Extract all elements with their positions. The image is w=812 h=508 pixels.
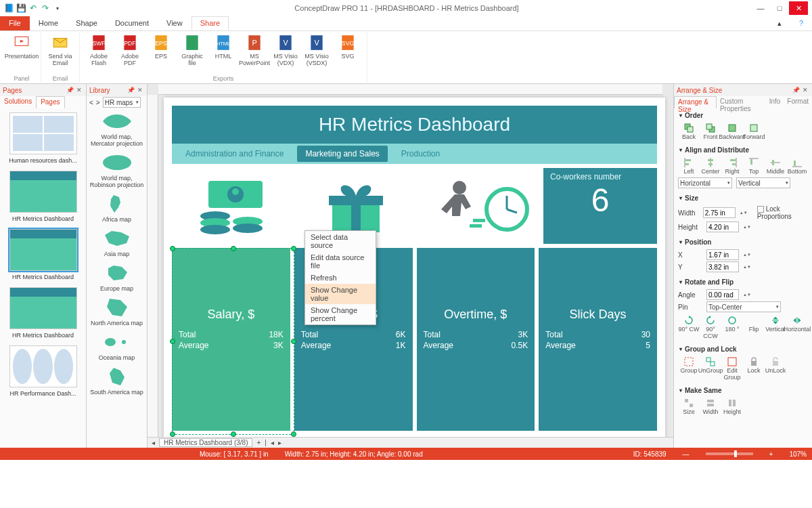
- export-graphic-button[interactable]: Graphic file: [177, 33, 207, 66]
- export-svg-button[interactable]: SVGSVG: [333, 33, 363, 66]
- status-zoom[interactable]: 107%: [789, 450, 807, 458]
- order-back-button[interactable]: Back: [678, 121, 700, 142]
- rtab-info[interactable]: Info: [766, 96, 784, 108]
- page-thumb[interactable]: HR Performance Dash...: [5, 345, 81, 397]
- export-vsdx-button[interactable]: VMS Visio (VSDX): [302, 33, 332, 66]
- align-right-button[interactable]: Right: [721, 156, 743, 176]
- library-item[interactable]: Europe map: [89, 263, 144, 292]
- page-thumb[interactable]: HR Metrics Dashboard: [5, 229, 81, 280]
- close-panel-icon[interactable]: ✕: [76, 87, 82, 93]
- unlock-button[interactable]: UnLock: [765, 355, 786, 382]
- rotate-180-button[interactable]: 180 °: [721, 314, 743, 341]
- pin-icon[interactable]: 📌: [792, 87, 800, 93]
- ungroup-button[interactable]: UnGroup: [700, 355, 721, 382]
- angle-input[interactable]: [706, 289, 739, 300]
- tab-document[interactable]: Document: [106, 16, 158, 30]
- section-align[interactable]: Align and Distribute: [678, 144, 808, 156]
- export-flash-button[interactable]: SWFAdobe Flash: [84, 33, 114, 66]
- send-email-button[interactable]: Send via Email: [45, 33, 75, 66]
- zoom-slider[interactable]: [706, 452, 753, 455]
- section-make-same[interactable]: Make Same: [678, 385, 808, 396]
- export-eps-button[interactable]: EPSEPS: [146, 33, 176, 66]
- metric-salary[interactable]: Salary, $ Total18K Average3K: [172, 248, 290, 431]
- library-selector[interactable]: HR maps▾: [103, 97, 141, 108]
- page-thumb[interactable]: HR Metrics Dashboard: [5, 287, 81, 339]
- ctx-select-data-source[interactable]: Select data source: [305, 231, 376, 251]
- dash-tab-production[interactable]: Production: [393, 146, 448, 162]
- distribute-h-select[interactable]: Horizontal▾: [678, 177, 732, 188]
- pin-select[interactable]: Top-Center▾: [706, 301, 781, 312]
- close-panel-icon[interactable]: ✕: [803, 87, 808, 93]
- make-same-height-button[interactable]: Height: [721, 396, 743, 417]
- tab-view[interactable]: View: [158, 16, 191, 30]
- library-nav-back-icon[interactable]: <: [89, 99, 93, 106]
- library-nav-fwd-icon[interactable]: >: [96, 99, 100, 106]
- order-backward-button[interactable]: Backward: [721, 121, 743, 142]
- export-pdf-button[interactable]: PDFAdobe PDF: [115, 33, 145, 66]
- maximize-button[interactable]: □: [770, 1, 789, 15]
- width-input[interactable]: [703, 207, 736, 218]
- help-icon[interactable]: ?: [790, 16, 812, 30]
- spinner-icon[interactable]: ▲▼: [743, 293, 751, 297]
- subtab-pages[interactable]: Pages: [36, 96, 64, 108]
- align-bottom-button[interactable]: Bottom: [786, 156, 808, 176]
- ribbon-minimize-icon[interactable]: ▴: [769, 16, 790, 30]
- spinner-icon[interactable]: ▲▼: [743, 225, 751, 230]
- rotate-cw-button[interactable]: 90° CW: [678, 314, 700, 341]
- spinner-icon[interactable]: ▲▼: [740, 211, 748, 215]
- undo-icon[interactable]: ↶: [28, 3, 38, 13]
- align-middle-button[interactable]: Middle: [765, 156, 786, 176]
- section-group[interactable]: Group and Lock: [678, 343, 808, 355]
- spinner-icon[interactable]: ▲▼: [743, 265, 751, 270]
- pin-icon[interactable]: 📌: [66, 87, 74, 93]
- library-item[interactable]: World map, Mercator projection: [89, 111, 144, 147]
- presentation-button[interactable]: Presentation: [7, 33, 37, 60]
- group-button[interactable]: Group: [678, 355, 700, 382]
- rtab-custom[interactable]: Custom Properties: [717, 96, 766, 108]
- page-thumb[interactable]: Human resources dash...: [5, 112, 81, 164]
- metric-slickdays[interactable]: Slick Days Total30 Average5: [539, 248, 657, 431]
- export-html-button[interactable]: HTMLHTML: [208, 33, 238, 66]
- library-item[interactable]: Africa map: [89, 194, 144, 223]
- minimize-button[interactable]: —: [751, 1, 770, 15]
- sheet-nav-next-icon[interactable]: ▸: [278, 439, 281, 446]
- ctx-edit-data-source[interactable]: Edit data source file: [305, 251, 376, 272]
- tab-shape[interactable]: Shape: [67, 16, 106, 30]
- section-position[interactable]: Position: [678, 236, 808, 248]
- save-icon[interactable]: 💾: [16, 3, 26, 13]
- metric-overtime[interactable]: Overtime, $ Total3K Average0.5K: [417, 248, 535, 431]
- align-center-button[interactable]: Center: [700, 156, 721, 176]
- qat-dropdown-icon[interactable]: ▾: [53, 3, 62, 13]
- make-same-width-button[interactable]: Width: [700, 396, 721, 417]
- close-button[interactable]: ✕: [789, 1, 808, 15]
- edit-group-button[interactable]: Edit Group: [721, 355, 743, 382]
- rotate-ccw-button[interactable]: 90° CCW: [700, 314, 721, 341]
- flip-horizontal-button[interactable]: Horizontal: [786, 314, 808, 341]
- order-forward-button[interactable]: Forward: [743, 121, 765, 142]
- sheet-nav-prev-icon[interactable]: ◂: [271, 439, 274, 446]
- order-front-button[interactable]: Front: [700, 121, 721, 142]
- sheet-add-icon[interactable]: +: [256, 439, 261, 446]
- library-item[interactable]: World map, Robinson projection: [89, 152, 144, 188]
- spinner-icon[interactable]: ▲▼: [743, 253, 751, 257]
- align-left-button[interactable]: Left: [678, 156, 700, 176]
- zoom-in-icon[interactable]: +: [769, 450, 773, 458]
- tab-home[interactable]: Home: [30, 16, 67, 30]
- section-order[interactable]: Order: [678, 110, 808, 121]
- pin-icon[interactable]: 📌: [127, 87, 135, 93]
- dash-tab-marketing[interactable]: Marketing and Sales: [297, 146, 387, 162]
- make-same-size-button[interactable]: Size: [678, 396, 700, 417]
- library-item[interactable]: Asia map: [89, 228, 144, 257]
- canvas[interactable]: HR Metrics Dashboard Administration and …: [164, 98, 665, 438]
- zoom-out-icon[interactable]: —: [683, 450, 690, 458]
- y-input[interactable]: [706, 261, 739, 272]
- section-rotate[interactable]: Rotate and Flip: [678, 276, 808, 288]
- close-panel-icon[interactable]: ✕: [137, 87, 143, 93]
- align-top-button[interactable]: Top: [743, 156, 765, 176]
- export-ppt-button[interactable]: PMS PowerPoint: [240, 33, 269, 66]
- tab-file[interactable]: File: [0, 16, 30, 30]
- page-thumb[interactable]: HR Metrics Dashboard: [5, 171, 81, 222]
- library-item[interactable]: Oceania map: [89, 332, 144, 361]
- section-size[interactable]: Size: [678, 192, 808, 204]
- lock-proportions-checkbox[interactable]: [757, 206, 764, 213]
